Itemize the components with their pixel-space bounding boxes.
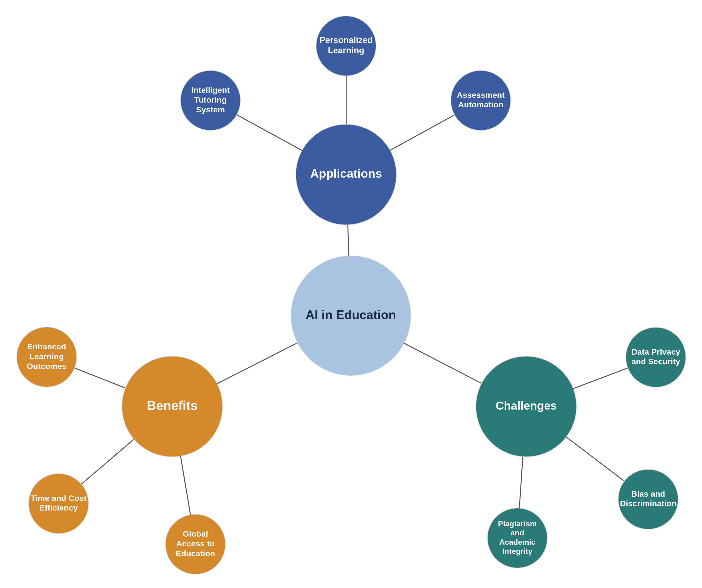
svg-text:Efficiency: Efficiency: [39, 503, 78, 512]
svg-text:Challenges: Challenges: [496, 399, 557, 412]
svg-text:Applications: Applications: [310, 167, 382, 180]
svg-text:Access to: Access to: [176, 539, 215, 548]
svg-text:Academic: Academic: [499, 538, 535, 547]
svg-text:AI in Education: AI in Education: [306, 308, 396, 322]
svg-text:Outcomes: Outcomes: [27, 362, 67, 371]
svg-text:Automation: Automation: [458, 100, 503, 109]
svg-text:Benefits: Benefits: [147, 398, 198, 413]
svg-text:Global: Global: [183, 529, 208, 538]
svg-text:Discrimination: Discrimination: [620, 499, 676, 508]
svg-text:Assessment: Assessment: [457, 90, 505, 100]
svg-text:Personalized: Personalized: [320, 35, 373, 45]
svg-text:Plagiarism: Plagiarism: [498, 519, 537, 528]
svg-text:Integrity: Integrity: [502, 547, 533, 556]
svg-text:Bias and: Bias and: [631, 489, 665, 498]
svg-text:System: System: [196, 105, 225, 114]
svg-text:Time and Cost: Time and Cost: [31, 493, 87, 503]
svg-text:Education: Education: [176, 549, 215, 558]
svg-text:Data Privacy: Data Privacy: [631, 347, 680, 356]
svg-text:and: and: [511, 528, 524, 537]
svg-text:and Security: and Security: [631, 357, 680, 366]
svg-text:Intelligent: Intelligent: [191, 85, 230, 95]
svg-text:Learning: Learning: [328, 45, 364, 55]
svg-text:Tutoring: Tutoring: [194, 95, 227, 104]
svg-text:Learning: Learning: [29, 352, 64, 361]
svg-text:Enhanced: Enhanced: [27, 342, 66, 351]
